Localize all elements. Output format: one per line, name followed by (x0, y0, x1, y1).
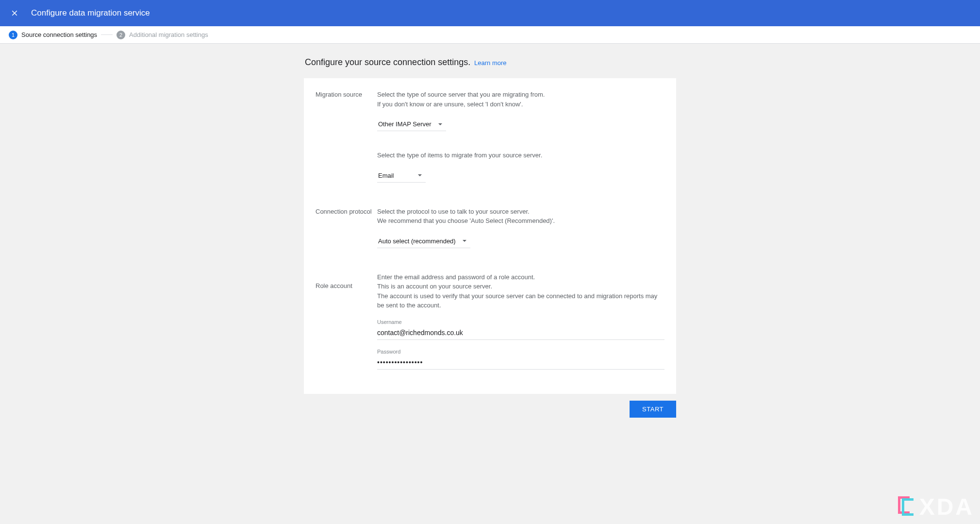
username-input[interactable] (377, 326, 664, 340)
connection-protocol-content: Select the protocol to use to talk to yo… (377, 207, 664, 248)
password-input[interactable] (377, 355, 664, 370)
role-account-label: Role account (316, 272, 377, 378)
section-connection-protocol: Connection protocol Select the protocol … (316, 207, 664, 248)
migration-source-help-1: Select the type of source server that yo… (377, 90, 664, 109)
help-text-line: We recommend that you choose 'Auto Selec… (377, 217, 555, 224)
button-bar: START (304, 401, 676, 418)
password-label: Password (377, 349, 664, 355)
step-1-label: Source connection settings (21, 31, 97, 38)
migration-source-label: Migration source (316, 90, 377, 183)
help-text-line: The account is used to verify that your … (377, 292, 657, 309)
role-account-content: Enter the email address and password of … (377, 272, 664, 378)
migration-source-help-2: Select the type of items to migrate from… (377, 151, 664, 160)
username-group: Username (377, 319, 664, 340)
step-1[interactable]: 1 Source connection settings (9, 31, 97, 39)
step-1-circle: 1 (9, 31, 17, 39)
help-text-line: This is an account on your source server… (377, 283, 492, 290)
step-2-circle: 2 (116, 31, 125, 39)
help-text-line: If you don't know or are unsure, select … (377, 101, 523, 108)
protocol-dropdown[interactable]: Auto select (recommended) (377, 235, 470, 248)
help-text-line: Select the type of source server that yo… (377, 91, 545, 98)
step-2[interactable]: 2 Additional migration settings (116, 31, 208, 39)
step-divider (101, 34, 113, 35)
content-title: Configure your source connection setting… (305, 57, 470, 67)
help-text-line: Select the protocol to use to talk to yo… (377, 208, 530, 215)
settings-card: Migration source Select the type of sour… (304, 78, 676, 394)
connection-protocol-label: Connection protocol (316, 207, 377, 248)
items-type-dropdown[interactable]: Email (377, 169, 426, 183)
source-server-dropdown[interactable]: Other IMAP Server (377, 118, 446, 131)
content-header: Configure your source connection setting… (304, 57, 676, 68)
help-text-line: Enter the email address and password of … (377, 273, 535, 281)
username-label: Username (377, 319, 664, 325)
header-title: Configure data migration service (31, 8, 150, 18)
connection-protocol-help: Select the protocol to use to talk to yo… (377, 207, 664, 226)
migration-source-content: Select the type of source server that yo… (377, 90, 664, 183)
app-header: Configure data migration service (0, 0, 980, 26)
main-content: Configure your source connection setting… (304, 44, 676, 418)
role-account-help: Enter the email address and password of … (377, 272, 664, 310)
start-button[interactable]: START (630, 401, 676, 418)
learn-more-link[interactable]: Learn more (474, 59, 506, 67)
stepper: 1 Source connection settings 2 Additiona… (0, 26, 980, 44)
close-icon[interactable] (10, 8, 19, 18)
section-role-account: Role account Enter the email address and… (316, 272, 664, 378)
password-group: Password (377, 349, 664, 370)
step-2-label: Additional migration settings (129, 31, 208, 38)
section-migration-source: Migration source Select the type of sour… (316, 90, 664, 183)
